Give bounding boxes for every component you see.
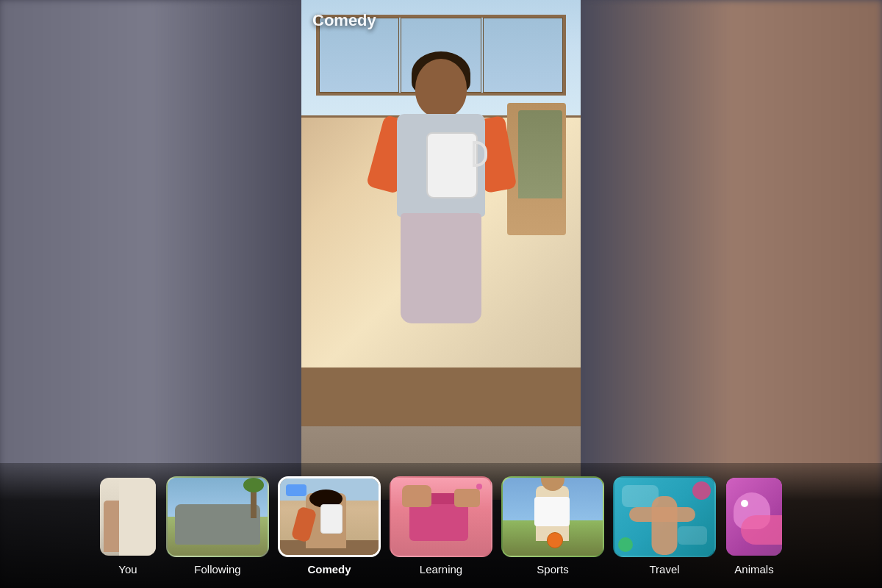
nav-label-learning: Learning bbox=[420, 563, 462, 576]
following-car bbox=[175, 504, 260, 545]
sports-player-shirt bbox=[534, 497, 570, 526]
nav-item-you[interactable]: You bbox=[98, 476, 157, 576]
comedy-mini-milk bbox=[320, 504, 343, 534]
category-title: Comedy bbox=[312, 11, 376, 29]
person-head bbox=[415, 59, 467, 118]
nav-label-travel: Travel bbox=[649, 563, 679, 576]
nav-label-sports: Sports bbox=[537, 563, 568, 576]
animals-creature-eye bbox=[741, 500, 748, 507]
nav-item-travel[interactable]: Travel bbox=[613, 476, 716, 576]
travel-scene bbox=[614, 478, 714, 556]
nav-thumbnail-sports[interactable] bbox=[501, 476, 604, 557]
travel-pool-light-2 bbox=[678, 526, 707, 545]
learning-hand-left bbox=[402, 485, 431, 507]
bottom-navigation: You Following bbox=[0, 463, 882, 588]
kitchen-scene bbox=[301, 0, 581, 500]
nav-label-comedy: Comedy bbox=[307, 563, 351, 576]
video-title-overlay: Comedy bbox=[301, 11, 581, 30]
milk-jug bbox=[426, 132, 478, 198]
you-scene bbox=[100, 478, 156, 556]
learning-scene bbox=[391, 478, 491, 556]
animals-scene bbox=[726, 478, 784, 556]
nav-item-learning[interactable]: Learning bbox=[390, 476, 492, 576]
learning-hand-right bbox=[454, 489, 480, 507]
kitchen-utensils bbox=[518, 110, 562, 198]
nav-item-sports[interactable]: Sports bbox=[501, 476, 604, 576]
nav-label-animals: Animals bbox=[734, 563, 773, 576]
sports-ball bbox=[547, 532, 563, 548]
person-pants bbox=[401, 213, 481, 323]
following-scene bbox=[168, 478, 268, 556]
comedy-active-indicator bbox=[286, 484, 306, 496]
you-background-wall bbox=[119, 478, 156, 556]
nav-thumbnail-travel[interactable] bbox=[613, 476, 716, 557]
nav-label-following: Following bbox=[194, 563, 240, 576]
travel-person bbox=[652, 496, 678, 555]
main-video[interactable]: Comedy bbox=[301, 0, 581, 500]
nav-thumbnail-following[interactable] bbox=[166, 476, 269, 557]
sports-scene bbox=[503, 478, 603, 556]
following-palm-top bbox=[243, 478, 264, 492]
nav-thumbnail-comedy[interactable] bbox=[278, 476, 381, 557]
nav-item-animals[interactable]: Animals bbox=[725, 476, 784, 576]
nav-item-comedy[interactable]: Comedy bbox=[278, 476, 381, 576]
nav-item-following[interactable]: Following bbox=[166, 476, 269, 576]
travel-flower-1 bbox=[692, 481, 711, 500]
person-figure bbox=[368, 59, 514, 441]
travel-person-arms bbox=[629, 507, 695, 522]
nav-thumbnail-learning[interactable] bbox=[390, 476, 492, 557]
nav-label-you: You bbox=[118, 563, 137, 576]
travel-flower-2 bbox=[618, 537, 633, 552]
learning-nail-detail bbox=[476, 484, 482, 490]
nav-thumbnail-you[interactable] bbox=[98, 476, 157, 557]
animals-pink-blob bbox=[741, 515, 784, 545]
nav-thumbnail-animals[interactable] bbox=[725, 476, 784, 557]
